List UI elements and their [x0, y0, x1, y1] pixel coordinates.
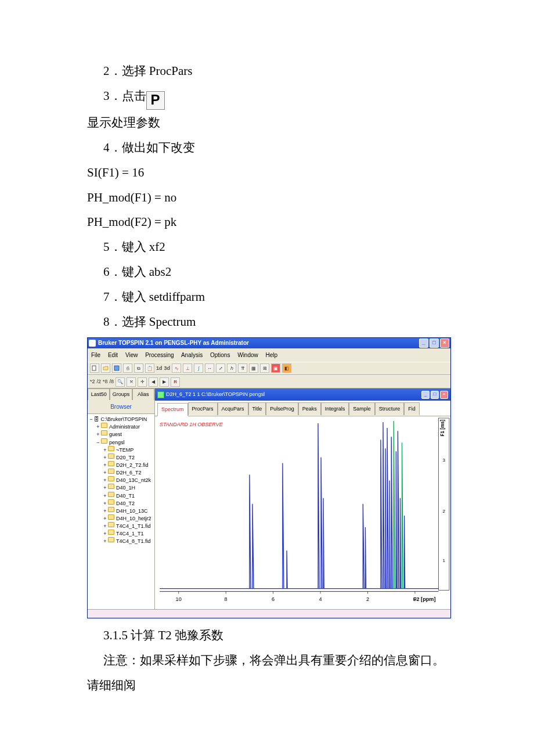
ph2-line: PH_mod(F2) = pk	[87, 211, 470, 234]
menu-window[interactable]: Window	[237, 352, 258, 358]
svg-text:F1 [ms]: F1 [ms]	[440, 420, 445, 437]
tree-item[interactable]: +D40_T2	[89, 499, 153, 507]
tbtn-print[interactable]: ⎙	[123, 363, 132, 373]
tbtn-paste[interactable]: 📋	[145, 363, 154, 373]
tree-item[interactable]: −pengsl	[89, 438, 153, 446]
menu-view[interactable]: View	[125, 352, 138, 358]
svg-rect-2	[439, 418, 449, 591]
close-button[interactable]: ×	[440, 339, 449, 348]
tree-item[interactable]: +T4C4_1_T1	[89, 530, 153, 537]
browser-label: Browser	[88, 400, 154, 414]
step-2: 2．选择 ProcPars	[87, 60, 470, 83]
inner-close[interactable]: ×	[440, 391, 448, 399]
tbtn-2d[interactable]: ⊞	[260, 363, 269, 373]
menu-options[interactable]: Options	[210, 352, 230, 358]
tbtn-copy[interactable]: ⧉	[134, 363, 143, 373]
tab-title[interactable]: Title	[248, 402, 266, 415]
spectrum-plot: 10 8 6 4 2 0 F2 [ppm] F1 [ms] 3 2	[155, 416, 450, 609]
tab-sample[interactable]: Sample	[349, 402, 375, 415]
left-tab-groups[interactable]: Groups	[110, 388, 132, 400]
minimize-button[interactable]: _	[419, 339, 428, 348]
tab-fid[interactable]: Fid	[404, 402, 420, 415]
tree-item[interactable]: +~TEMP	[89, 446, 153, 453]
show-params-line: 显示处理参数	[87, 111, 470, 135]
status-bar	[88, 609, 450, 618]
menu-analysis[interactable]: Analysis	[181, 352, 203, 358]
tbtn-x2[interactable]: *2	[90, 377, 95, 387]
tbtn-expand[interactable]: ⤢	[216, 363, 225, 373]
svg-text:10: 10	[176, 596, 182, 602]
p-icon-button: P	[146, 91, 165, 110]
tbtn-open[interactable]	[101, 363, 110, 373]
file-tree[interactable]: −🗄 C:\Bruker\TOPSPIN +Administrator +gue…	[88, 414, 154, 609]
tbtn-dist[interactable]: ↔	[205, 363, 214, 373]
maximize-button[interactable]: □	[430, 339, 439, 348]
tbtn-zoom[interactable]: 🔍	[116, 377, 125, 387]
tree-item[interactable]: +D40_1H	[89, 484, 153, 491]
tbtn-integrate[interactable]: ∫	[194, 363, 203, 373]
menu-edit[interactable]: Edit	[108, 352, 118, 358]
svg-text:6: 6	[272, 596, 275, 602]
tree-item[interactable]: +D4H_10_13C	[89, 507, 153, 514]
tree-item[interactable]: +T4C4_1_T1.fid	[89, 522, 153, 530]
tbtn-new[interactable]	[90, 363, 99, 373]
tbtn-peak[interactable]: ⇈	[238, 363, 247, 373]
tree-item[interactable]: +guest	[89, 430, 153, 438]
tbtn-stop[interactable]: ▣	[271, 363, 280, 373]
tab-integrals[interactable]: Integrals	[321, 402, 349, 415]
tab-pulseprog[interactable]: PulseProg	[266, 402, 298, 415]
tab-procpars[interactable]: ProcPars	[188, 402, 218, 415]
dataset-title: D2H_6_T2 1 1 C:\Bruker\TOPSPIN pengsl	[166, 390, 265, 399]
tbtn-arrowl[interactable]: ◀	[149, 377, 158, 387]
svg-rect-1	[114, 366, 119, 370]
step-3: 3．点击P	[87, 85, 470, 110]
tree-item[interactable]: +T4C4_8_T1.fid	[89, 537, 153, 545]
tree-item[interactable]: +D40_13C_nt2k	[89, 476, 153, 484]
svg-text:F2 [ppm]: F2 [ppm]	[413, 596, 436, 602]
main-panel: D2H_6_T2 1 1 C:\Bruker\TOPSPIN pengsl _ …	[155, 388, 450, 609]
tree-item[interactable]: +D40_T1	[89, 492, 153, 499]
left-tab-last50[interactable]: Last50	[88, 388, 110, 400]
tab-structure[interactable]: Structure	[375, 402, 405, 415]
left-tab-alias[interactable]: Alias	[132, 388, 154, 400]
svg-text:4: 4	[319, 596, 322, 602]
tree-item[interactable]: +D20_T2	[89, 453, 153, 461]
tbtn-d2[interactable]: /2	[97, 377, 102, 387]
tbtn-zoomfull[interactable]: ⤧	[127, 377, 136, 387]
menu-help[interactable]: Help	[266, 352, 278, 358]
tbtn-x8[interactable]: *8	[103, 377, 108, 387]
tab-acqupars[interactable]: AcquPars	[218, 402, 248, 415]
ph1-line: PH_mod(F1) = no	[87, 186, 470, 210]
dataset-titlebar: D2H_6_T2 1 1 C:\Bruker\TOPSPIN pengsl _ …	[155, 388, 450, 401]
tbtn-cursor[interactable]: ✛	[138, 377, 147, 387]
tab-spectrum[interactable]: Spectrum	[157, 403, 188, 416]
tbtn-phase[interactable]: ∿	[172, 363, 181, 373]
spectrum-canvas[interactable]: STANDARD 1H OBSERVE	[155, 416, 450, 609]
step-7: 7．键入 setdiffparm	[87, 286, 470, 309]
toolbar-secondary: *2 /2 *8 /8 🔍 ⤧ ✛ ◀ ▶ R	[88, 375, 450, 388]
tbtn-calib[interactable]: ⊥	[183, 363, 192, 373]
tree-item[interactable]: +D2H_2_T2.fid	[89, 461, 153, 469]
inner-maximize[interactable]: □	[431, 391, 439, 399]
si-line: SI(F1) = 16	[87, 161, 470, 185]
tab-peaks[interactable]: Peaks	[298, 402, 321, 415]
tbtn-help[interactable]: ℎ	[227, 363, 236, 373]
menu-file[interactable]: File	[91, 352, 100, 358]
menu-processing[interactable]: Processing	[145, 352, 174, 358]
svg-rect-0	[92, 366, 96, 370]
tree-item[interactable]: +D4H_10_hetjr2	[89, 514, 153, 522]
tree-item[interactable]: +Administrator	[89, 423, 153, 430]
tbtn-go[interactable]: ◧	[282, 363, 291, 373]
tbtn-d8[interactable]: /8	[110, 377, 114, 387]
tbtn-save[interactable]	[112, 363, 121, 373]
note-line-2: 请细细阅	[87, 674, 470, 697]
tbtn-arrowr[interactable]: ▶	[160, 377, 169, 387]
tbtn-3d[interactable]: 3d	[164, 363, 171, 373]
app-icon	[89, 340, 96, 347]
tree-item[interactable]: +D2H_6_T2	[89, 469, 153, 476]
inner-minimize[interactable]: _	[421, 391, 430, 399]
tbtn-1d[interactable]: 1d	[156, 363, 163, 373]
tree-root[interactable]: −🗄 C:\Bruker\TOPSPIN	[89, 416, 153, 423]
tbtn-grid[interactable]: ▦	[249, 363, 258, 373]
tbtn-R[interactable]: R	[171, 377, 180, 387]
